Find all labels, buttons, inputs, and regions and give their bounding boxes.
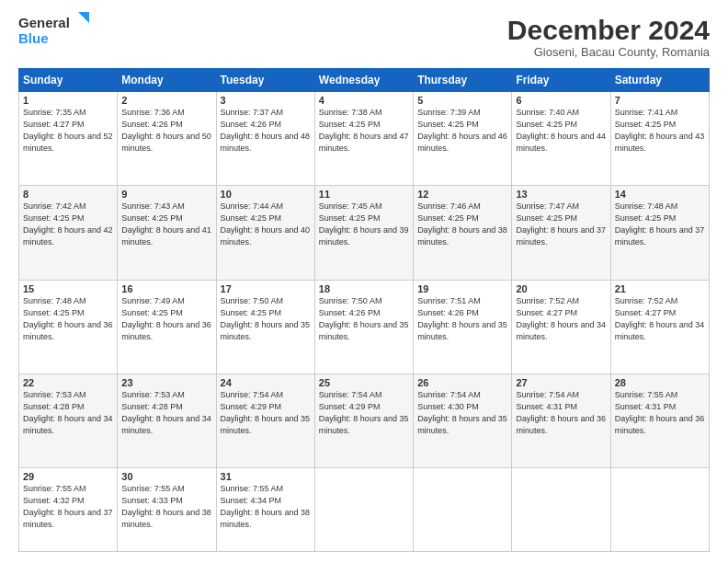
calendar-cell bbox=[314, 468, 413, 552]
page: General Blue December 2024 Gioseni, Baca… bbox=[0, 0, 728, 563]
day-info: Sunrise: 7:43 AM Sunset: 4:25 PM Dayligh… bbox=[121, 201, 211, 248]
day-number: 9 bbox=[121, 189, 211, 200]
svg-marker-0 bbox=[78, 12, 89, 23]
day-info: Sunrise: 7:45 AM Sunset: 4:25 PM Dayligh… bbox=[319, 201, 409, 248]
header: General Blue December 2024 Gioseni, Baca… bbox=[18, 15, 710, 59]
day-info: Sunrise: 7:52 AM Sunset: 4:27 PM Dayligh… bbox=[615, 295, 705, 343]
logo: General Blue bbox=[18, 15, 89, 47]
week-row-0: 1 Sunrise: 7:35 AM Sunset: 4:27 PM Dayli… bbox=[19, 92, 710, 186]
calendar-cell: 18 Sunrise: 7:50 AM Sunset: 4:26 PM Dayl… bbox=[314, 280, 413, 373]
day-number: 17 bbox=[221, 283, 311, 294]
day-number: 21 bbox=[615, 283, 705, 294]
day-number: 6 bbox=[516, 95, 606, 106]
day-number: 11 bbox=[319, 189, 409, 200]
calendar-cell: 28 Sunrise: 7:55 AM Sunset: 4:31 PM Dayl… bbox=[610, 373, 709, 467]
calendar-cell: 21 Sunrise: 7:52 AM Sunset: 4:27 PM Dayl… bbox=[610, 280, 709, 373]
calendar-cell: 20 Sunrise: 7:52 AM Sunset: 4:27 PM Dayl… bbox=[512, 280, 610, 373]
calendar-cell: 1 Sunrise: 7:35 AM Sunset: 4:27 PM Dayli… bbox=[19, 92, 118, 186]
day-info: Sunrise: 7:52 AM Sunset: 4:27 PM Dayligh… bbox=[516, 295, 606, 343]
day-number: 27 bbox=[516, 377, 606, 388]
week-row-1: 8 Sunrise: 7:42 AM Sunset: 4:25 PM Dayli… bbox=[19, 186, 710, 280]
calendar-cell: 10 Sunrise: 7:44 AM Sunset: 4:25 PM Dayl… bbox=[216, 186, 314, 280]
day-info: Sunrise: 7:36 AM Sunset: 4:26 PM Dayligh… bbox=[121, 107, 211, 155]
calendar-cell: 4 Sunrise: 7:38 AM Sunset: 4:25 PM Dayli… bbox=[314, 92, 413, 186]
day-info: Sunrise: 7:46 AM Sunset: 4:25 PM Dayligh… bbox=[417, 201, 507, 248]
day-number: 14 bbox=[615, 189, 705, 200]
calendar-cell: 25 Sunrise: 7:54 AM Sunset: 4:29 PM Dayl… bbox=[314, 373, 413, 467]
day-number: 16 bbox=[121, 283, 211, 294]
day-number: 28 bbox=[615, 377, 705, 388]
day-number: 30 bbox=[121, 471, 211, 482]
week-row-2: 15 Sunrise: 7:48 AM Sunset: 4:25 PM Dayl… bbox=[19, 280, 710, 373]
calendar-cell: 14 Sunrise: 7:48 AM Sunset: 4:25 PM Dayl… bbox=[610, 186, 709, 280]
day-info: Sunrise: 7:54 AM Sunset: 4:29 PM Dayligh… bbox=[221, 389, 311, 437]
day-number: 10 bbox=[221, 189, 311, 200]
day-info: Sunrise: 7:50 AM Sunset: 4:25 PM Dayligh… bbox=[221, 295, 311, 343]
calendar-header-row: Sunday Monday Tuesday Wednesday Thursday… bbox=[19, 69, 710, 92]
day-info: Sunrise: 7:53 AM Sunset: 4:28 PM Dayligh… bbox=[121, 389, 211, 437]
location: Gioseni, Bacau County, Romania bbox=[507, 45, 710, 59]
calendar: Sunday Monday Tuesday Wednesday Thursday… bbox=[18, 68, 710, 552]
col-thursday: Thursday bbox=[414, 69, 512, 92]
day-info: Sunrise: 7:55 AM Sunset: 4:32 PM Dayligh… bbox=[23, 483, 113, 531]
calendar-cell: 15 Sunrise: 7:48 AM Sunset: 4:25 PM Dayl… bbox=[19, 280, 118, 373]
day-number: 13 bbox=[516, 189, 606, 200]
day-number: 25 bbox=[319, 377, 409, 388]
calendar-cell: 22 Sunrise: 7:53 AM Sunset: 4:28 PM Dayl… bbox=[19, 373, 118, 467]
calendar-cell: 8 Sunrise: 7:42 AM Sunset: 4:25 PM Dayli… bbox=[19, 186, 118, 280]
week-row-3: 22 Sunrise: 7:53 AM Sunset: 4:28 PM Dayl… bbox=[19, 373, 710, 467]
day-number: 12 bbox=[417, 189, 507, 200]
calendar-cell: 31 Sunrise: 7:55 AM Sunset: 4:34 PM Dayl… bbox=[216, 468, 314, 552]
day-number: 26 bbox=[417, 377, 507, 388]
calendar-cell: 19 Sunrise: 7:51 AM Sunset: 4:26 PM Dayl… bbox=[414, 280, 512, 373]
col-wednesday: Wednesday bbox=[314, 69, 413, 92]
day-number: 29 bbox=[23, 471, 113, 482]
calendar-cell: 23 Sunrise: 7:53 AM Sunset: 4:28 PM Dayl… bbox=[118, 373, 216, 467]
col-monday: Monday bbox=[118, 69, 216, 92]
col-saturday: Saturday bbox=[610, 69, 709, 92]
day-number: 20 bbox=[516, 283, 606, 294]
day-info: Sunrise: 7:50 AM Sunset: 4:26 PM Dayligh… bbox=[319, 295, 409, 343]
day-number: 19 bbox=[417, 283, 507, 294]
day-info: Sunrise: 7:39 AM Sunset: 4:25 PM Dayligh… bbox=[417, 107, 507, 155]
day-info: Sunrise: 7:55 AM Sunset: 4:33 PM Dayligh… bbox=[121, 483, 211, 531]
calendar-cell: 29 Sunrise: 7:55 AM Sunset: 4:32 PM Dayl… bbox=[19, 468, 118, 552]
month-title: December 2024 bbox=[507, 15, 710, 45]
day-number: 15 bbox=[23, 283, 113, 294]
day-number: 2 bbox=[121, 95, 211, 106]
day-number: 22 bbox=[23, 377, 113, 388]
day-info: Sunrise: 7:42 AM Sunset: 4:25 PM Dayligh… bbox=[23, 201, 113, 248]
day-info: Sunrise: 7:41 AM Sunset: 4:25 PM Dayligh… bbox=[615, 107, 705, 155]
day-info: Sunrise: 7:55 AM Sunset: 4:34 PM Dayligh… bbox=[221, 483, 311, 531]
day-info: Sunrise: 7:48 AM Sunset: 4:25 PM Dayligh… bbox=[615, 201, 705, 248]
day-number: 4 bbox=[319, 95, 409, 106]
title-block: December 2024 Gioseni, Bacau County, Rom… bbox=[507, 15, 710, 59]
calendar-cell: 9 Sunrise: 7:43 AM Sunset: 4:25 PM Dayli… bbox=[118, 186, 216, 280]
col-tuesday: Tuesday bbox=[216, 69, 314, 92]
day-number: 24 bbox=[221, 377, 311, 388]
day-number: 18 bbox=[319, 283, 409, 294]
week-row-4: 29 Sunrise: 7:55 AM Sunset: 4:32 PM Dayl… bbox=[19, 468, 710, 552]
calendar-cell: 2 Sunrise: 7:36 AM Sunset: 4:26 PM Dayli… bbox=[118, 92, 216, 186]
calendar-cell bbox=[610, 468, 709, 552]
day-info: Sunrise: 7:44 AM Sunset: 4:25 PM Dayligh… bbox=[221, 201, 311, 248]
calendar-cell: 6 Sunrise: 7:40 AM Sunset: 4:25 PM Dayli… bbox=[512, 92, 610, 186]
calendar-cell: 3 Sunrise: 7:37 AM Sunset: 4:26 PM Dayli… bbox=[216, 92, 314, 186]
calendar-cell: 24 Sunrise: 7:54 AM Sunset: 4:29 PM Dayl… bbox=[216, 373, 314, 467]
calendar-cell: 30 Sunrise: 7:55 AM Sunset: 4:33 PM Dayl… bbox=[118, 468, 216, 552]
day-info: Sunrise: 7:55 AM Sunset: 4:31 PM Dayligh… bbox=[615, 389, 705, 437]
day-info: Sunrise: 7:49 AM Sunset: 4:25 PM Dayligh… bbox=[121, 295, 211, 343]
calendar-cell: 17 Sunrise: 7:50 AM Sunset: 4:25 PM Dayl… bbox=[216, 280, 314, 373]
day-info: Sunrise: 7:40 AM Sunset: 4:25 PM Dayligh… bbox=[516, 107, 606, 155]
day-number: 5 bbox=[417, 95, 507, 106]
calendar-cell: 11 Sunrise: 7:45 AM Sunset: 4:25 PM Dayl… bbox=[314, 186, 413, 280]
calendar-cell: 12 Sunrise: 7:46 AM Sunset: 4:25 PM Dayl… bbox=[414, 186, 512, 280]
day-number: 3 bbox=[221, 95, 311, 106]
day-number: 7 bbox=[615, 95, 705, 106]
day-info: Sunrise: 7:54 AM Sunset: 4:29 PM Dayligh… bbox=[319, 389, 409, 437]
day-number: 1 bbox=[23, 95, 113, 106]
calendar-cell: 7 Sunrise: 7:41 AM Sunset: 4:25 PM Dayli… bbox=[610, 92, 709, 186]
day-info: Sunrise: 7:47 AM Sunset: 4:25 PM Dayligh… bbox=[516, 201, 606, 248]
day-info: Sunrise: 7:51 AM Sunset: 4:26 PM Dayligh… bbox=[417, 295, 507, 343]
day-info: Sunrise: 7:37 AM Sunset: 4:26 PM Dayligh… bbox=[221, 107, 311, 155]
